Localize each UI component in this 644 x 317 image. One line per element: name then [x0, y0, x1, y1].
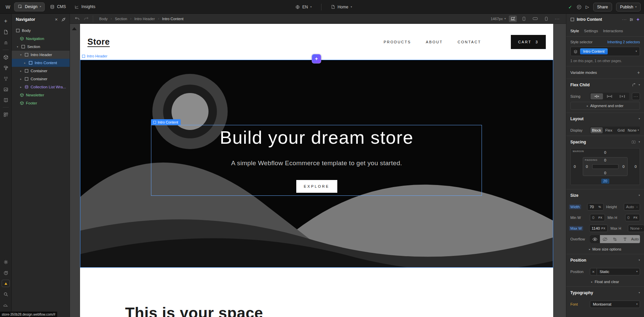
preview-play-icon[interactable]: ▷ [586, 4, 589, 9]
padding-bottom-value[interactable]: 0 [604, 171, 606, 175]
webflow-logo-icon[interactable]: W [3, 2, 12, 11]
padding-right-value[interactable]: 0 [622, 165, 624, 169]
padding-top-value[interactable]: 0 [604, 158, 606, 162]
collapse-section-icon[interactable]: ▾ [639, 194, 640, 197]
tree-item-newsletter[interactable]: Newsletter [12, 91, 70, 99]
spacing-editor[interactable]: MARGIN 0 0 0 20 PADDING 0 0 0 0 [570, 148, 640, 185]
tree-item-intro-content[interactable]: ▸ Intro Content [12, 59, 70, 67]
help-icon[interactable] [1, 268, 10, 277]
language-selector[interactable]: EN ▾ [292, 2, 315, 11]
more-options-icon[interactable]: ··· [553, 15, 561, 22]
breakpoint-tablet-icon[interactable] [520, 15, 528, 22]
add-elements-icon[interactable]: + [1, 17, 10, 26]
breadcrumb-body[interactable]: Body [99, 17, 108, 21]
spacing-presets-icon[interactable] [631, 140, 636, 144]
tab-settings[interactable]: Settings [584, 29, 598, 33]
more-options-icon[interactable]: ··· [622, 17, 627, 21]
sizing-shrink-icon[interactable] [591, 93, 603, 99]
float-and-clear-row[interactable]: ▸ Float and clear [566, 277, 644, 286]
collapse-section-icon[interactable]: ▾ [639, 259, 640, 262]
collapse-section-icon[interactable]: ▾ [639, 118, 640, 120]
chevron-collapsed-icon[interactable]: ▸ [19, 78, 23, 81]
display-flex-option[interactable]: Flex [603, 127, 615, 133]
search-icon[interactable] [1, 290, 10, 299]
tab-style[interactable]: Style [570, 29, 579, 33]
intro-header-label[interactable]: Intro Header [82, 54, 107, 58]
position-select[interactable]: ✕ Static ▾ [590, 268, 640, 275]
undo-icon[interactable] [75, 16, 80, 21]
overflow-auto-option[interactable]: Auto [630, 235, 640, 243]
redo-icon[interactable] [84, 16, 89, 21]
panel-resize-handle[interactable] [72, 27, 77, 30]
font-select[interactable]: Montserrat ▾ [590, 301, 640, 308]
status-clouds-icon[interactable] [1, 301, 10, 309]
sizing-grow-icon[interactable] [603, 93, 616, 99]
tree-item-container[interactable]: ▸ Container [12, 67, 70, 75]
nav-link-about[interactable]: ABOUT [426, 40, 443, 44]
cart-button[interactable]: CART 3 [511, 35, 546, 49]
class-chip[interactable]: Intro Content [580, 48, 608, 54]
add-variable-mode-icon[interactable]: + [637, 70, 640, 75]
inheriting-selectors-link[interactable]: Inheriting 2 selectors [607, 40, 640, 44]
max-height-input[interactable]: None- [628, 225, 644, 232]
margin-bottom-value[interactable]: 20 [601, 179, 609, 184]
breakpoint-desktop-icon[interactable] [509, 15, 517, 22]
height-input[interactable]: Auto- [624, 203, 640, 211]
upgrade-warning-icon[interactable] [1, 279, 10, 288]
tree-item-navigation[interactable]: Navigation [12, 35, 70, 43]
padding-left-value[interactable]: 0 [586, 165, 588, 169]
min-width-input[interactable]: 0PX [590, 214, 605, 221]
sizing-no-shrink-icon[interactable] [616, 93, 629, 99]
ai-sparkle-icon[interactable] [636, 17, 640, 21]
margin-right-value[interactable]: 0 [635, 165, 637, 169]
tab-interactions[interactable]: Interactions [603, 29, 623, 33]
collapse-section-icon[interactable]: ▾ [639, 84, 640, 86]
tree-item-section[interactable]: ▾ Section [12, 43, 70, 51]
tree-item-container[interactable]: ▸ Container [12, 75, 70, 83]
margin-top-value[interactable]: 0 [604, 150, 606, 154]
explore-button[interactable]: EXPLORE [296, 180, 337, 193]
comments-icon[interactable] [576, 4, 582, 10]
nav-link-products[interactable]: PRODUCTS [384, 40, 411, 44]
max-width-input[interactable]: 1140PX [589, 225, 608, 232]
display-block-option[interactable]: Block [591, 127, 603, 133]
navigator-icon[interactable] [1, 38, 10, 47]
min-height-input[interactable]: 0PX [625, 214, 640, 221]
clear-position-icon[interactable]: ✕ [590, 268, 597, 275]
insights-button[interactable]: Insights [71, 2, 99, 11]
collapse-section-icon[interactable]: ▾ [639, 291, 640, 294]
alignment-and-order-row[interactable]: ▸ Alignment and order [570, 102, 640, 110]
assets-icon[interactable] [1, 85, 10, 94]
chevron-expanded-icon[interactable]: ▾ [16, 45, 19, 48]
site-logo[interactable]: Store [87, 37, 110, 47]
chevron-expanded-icon[interactable]: ▾ [19, 53, 23, 56]
tree-item-collection-list[interactable]: ▸ Collection List Wra... [12, 83, 70, 91]
style-selector-input[interactable]: Intro Content ▾ [570, 47, 640, 56]
nav-link-contact[interactable]: CONTACT [458, 40, 481, 44]
margin-left-value[interactable]: 0 [574, 165, 576, 169]
sizing-custom-icon[interactable]: ··· [632, 93, 640, 100]
settings-icon[interactable] [1, 258, 10, 266]
publish-button[interactable]: Publish ▾ [616, 3, 641, 11]
breadcrumb-intro-header[interactable]: Intro Header [134, 17, 155, 21]
close-icon[interactable]: ✕ [55, 17, 58, 22]
chevron-collapsed-icon[interactable]: ▸ [19, 70, 23, 73]
breakpoint-mobile-portrait-icon[interactable] [542, 15, 550, 22]
chevron-collapsed-icon[interactable]: ▸ [19, 86, 23, 89]
apps-icon[interactable] [1, 110, 10, 119]
pages-icon[interactable] [1, 28, 10, 36]
tree-item-intro-header[interactable]: ▾ Intro Header [12, 51, 70, 59]
canvas-width-selector[interactable]: 1467px ▾ [491, 17, 506, 21]
design-mode-button[interactable]: Design ▾ [14, 2, 45, 11]
overflow-scroll-icon[interactable] [620, 235, 630, 243]
share-button[interactable]: Share [593, 3, 612, 11]
pin-navigator-icon[interactable] [61, 17, 66, 22]
chevron-collapsed-icon[interactable]: ▸ [23, 61, 27, 64]
padding-editor[interactable]: PADDING 0 0 0 0 [583, 157, 628, 176]
cms-button[interactable]: CMS [47, 2, 69, 11]
overflow-hidden-eye-off-icon[interactable] [600, 235, 610, 243]
element-actions-badge[interactable] [312, 54, 321, 63]
page-selector[interactable]: Home ▾ [328, 2, 355, 11]
intro-content-label[interactable]: Intro Content [151, 119, 181, 125]
display-grid-option[interactable]: Grid [615, 127, 627, 133]
